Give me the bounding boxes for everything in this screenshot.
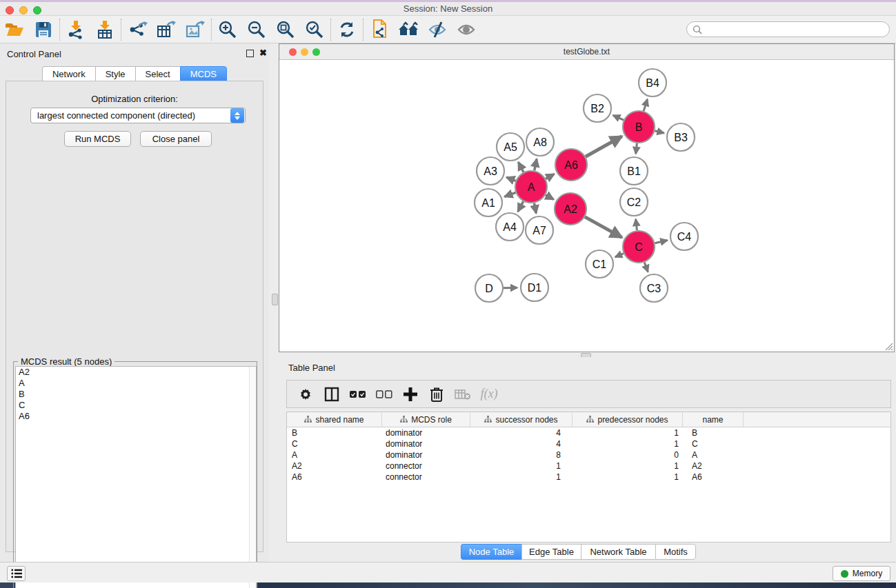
maximize-window-button[interactable] <box>33 6 41 14</box>
optimization-criterion-select[interactable]: largest connected component (directed) <box>30 108 246 123</box>
tab-network[interactable]: Network <box>42 66 95 81</box>
deselect-all-columns-icon[interactable] <box>371 384 397 405</box>
export-network-icon[interactable] <box>123 18 152 41</box>
select-all-columns-icon[interactable] <box>345 384 371 405</box>
zoom-in-icon[interactable] <box>213 18 242 41</box>
search-input[interactable] <box>706 25 889 34</box>
node-table[interactable]: shared nameMCDS rolesuccessor nodesprede… <box>286 412 891 543</box>
node-A1[interactable]: A1 <box>475 189 502 216</box>
export-image-icon[interactable] <box>181 18 210 41</box>
zoom-selected-icon[interactable] <box>300 18 329 41</box>
node-C1[interactable]: C1 <box>586 250 613 278</box>
network-from-file-icon[interactable] <box>365 18 394 41</box>
tab-node-table[interactable]: Node Table <box>461 544 521 560</box>
edge-A-A8[interactable] <box>535 159 537 171</box>
node-C3[interactable]: C3 <box>640 274 668 302</box>
search-field[interactable] <box>686 21 890 37</box>
node-B2[interactable]: B2 <box>584 94 611 122</box>
edge-A6-B[interactable] <box>586 136 622 157</box>
tab-mcds[interactable]: MCDS <box>180 66 227 81</box>
export-table-icon[interactable] <box>152 18 181 41</box>
node-A2[interactable]: A2 <box>555 193 586 225</box>
close-network-button[interactable] <box>289 48 297 56</box>
import-table-icon[interactable] <box>90 18 119 41</box>
node-B4[interactable]: B4 <box>639 69 666 97</box>
edge-C-C1[interactable] <box>615 254 624 257</box>
node-A6[interactable]: A6 <box>555 149 587 181</box>
edge-A-A6[interactable] <box>546 174 554 179</box>
edge-C-C3[interactable] <box>644 263 648 272</box>
node-A4[interactable]: A4 <box>496 213 524 241</box>
edge-B-B4[interactable] <box>644 99 647 111</box>
split-table-panel-icon[interactable] <box>319 384 345 405</box>
save-session-icon[interactable] <box>29 18 58 41</box>
delete-column-trash-icon[interactable] <box>424 384 450 405</box>
edge-B-B2[interactable] <box>613 115 624 120</box>
node-D1[interactable]: D1 <box>521 274 548 301</box>
hide-selected-icon[interactable] <box>423 18 452 41</box>
edge-A-A1[interactable] <box>504 192 515 196</box>
create-column-plus-icon[interactable] <box>397 384 424 405</box>
tab-style[interactable]: Style <box>95 66 135 81</box>
mcds-result-list[interactable]: A2ABCA6 <box>15 366 257 588</box>
column-header-successor-nodes[interactable]: successor nodes <box>470 412 573 427</box>
table-settings-gear-icon[interactable] <box>292 384 319 405</box>
minimize-network-button[interactable] <box>301 48 308 56</box>
node-B[interactable]: B <box>623 111 655 143</box>
node-A5[interactable]: A5 <box>497 133 524 161</box>
show-all-icon[interactable] <box>452 18 481 41</box>
node-C[interactable]: C <box>623 231 655 263</box>
node-A8[interactable]: A8 <box>526 128 554 156</box>
node-A3[interactable]: A3 <box>477 157 504 185</box>
edge-A2-C[interactable] <box>585 217 622 238</box>
edge-A-A7[interactable] <box>534 203 536 214</box>
tab-motifs[interactable]: Motifs <box>655 544 696 560</box>
node-C2[interactable]: C2 <box>620 188 648 216</box>
table-row[interactable]: Cdominator41C <box>287 438 890 449</box>
mcds-result-item[interactable]: A <box>16 378 256 389</box>
edge-A-A2[interactable] <box>546 195 554 200</box>
tab-select[interactable]: Select <box>135 66 180 81</box>
edge-B-B3[interactable] <box>655 131 664 133</box>
table-row[interactable]: A6connector11A6 <box>287 472 890 483</box>
window-resize-grip[interactable] <box>884 342 893 351</box>
maximize-network-button[interactable] <box>312 48 320 56</box>
refresh-icon[interactable] <box>332 18 361 41</box>
memory-button[interactable]: Memory <box>833 566 890 581</box>
node-D[interactable]: D <box>475 274 503 302</box>
float-panel-icon[interactable] <box>246 50 254 57</box>
edge-C-C4[interactable] <box>655 241 667 243</box>
edge-A-A4[interactable] <box>518 201 524 212</box>
node-B3[interactable]: B3 <box>667 123 695 151</box>
delete-table-icon[interactable] <box>450 384 476 405</box>
first-neighbors-icon[interactable] <box>394 18 423 41</box>
close-window-button[interactable] <box>6 6 14 14</box>
table-row[interactable]: A2connector11A2 <box>287 460 890 472</box>
tab-edge-table[interactable]: Edge Table <box>521 544 581 560</box>
column-header-predecessor-nodes[interactable]: predecessor nodes <box>573 412 683 427</box>
node-C4[interactable]: C4 <box>670 223 698 250</box>
vertical-splitter-handle[interactable] <box>272 294 278 305</box>
edge-A-A5[interactable] <box>518 162 523 172</box>
edge-A-A3[interactable] <box>506 177 515 181</box>
minimize-window-button[interactable] <box>19 6 28 14</box>
column-header-name[interactable]: name <box>683 412 744 427</box>
column-header-MCDS-role[interactable]: MCDS role <box>382 412 470 427</box>
close-panel-button[interactable]: Close panel <box>140 131 212 147</box>
node-B1[interactable]: B1 <box>620 157 648 185</box>
zoom-fit-icon[interactable] <box>271 18 300 41</box>
mcds-result-item[interactable]: B <box>16 389 256 400</box>
table-row[interactable]: Adominator80A <box>287 449 890 460</box>
column-header-shared-name[interactable]: shared name <box>287 412 382 427</box>
import-network-icon[interactable] <box>61 18 90 41</box>
edge-B-B1[interactable] <box>636 143 637 154</box>
tab-network-table[interactable]: Network Table <box>581 544 655 560</box>
function-builder-icon[interactable]: f(x) <box>476 384 502 405</box>
mcds-result-item[interactable]: A6 <box>16 411 256 422</box>
task-history-button[interactable] <box>7 566 26 581</box>
mcds-result-item[interactable]: A2 <box>16 367 256 378</box>
open-session-icon[interactable] <box>0 18 29 41</box>
network-graph-canvas[interactable]: B4B2BB3A5A8A6B1A3AA1C2A2A4A7C4CC1C3DD1 <box>279 61 894 352</box>
close-panel-icon[interactable]: ✖ <box>259 48 267 58</box>
mcds-result-item[interactable]: C <box>16 400 256 411</box>
